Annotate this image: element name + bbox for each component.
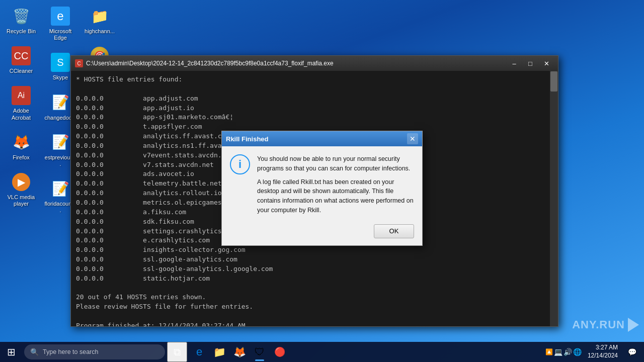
desktop-icon-ccleaner[interactable]: CC CCleaner [3, 44, 39, 76]
tray-speaker-icon[interactable]: 🔊 [564, 348, 572, 356]
highchan-label: highchann... [85, 28, 115, 35]
search-placeholder-text: Type here to search [43, 348, 98, 355]
floridacount-icon: 📝 [50, 178, 70, 199]
cmd-scroll-thumb[interactable] [550, 71, 557, 92]
desktop-icon-firefox[interactable]: 🦊 Firefox [3, 130, 39, 163]
taskbar-app-firefox[interactable]: 🦊 [229, 342, 250, 362]
taskbar-app-edge[interactable]: e [189, 342, 209, 362]
rkill-ok-button[interactable]: OK [374, 224, 414, 238]
desktop-icon-edge[interactable]: e Microsoft Edge [42, 4, 78, 43]
desktop-icon-recycle-bin[interactable]: 🗑️ Recycle Bin [3, 4, 39, 37]
cmd-minimize-button[interactable]: – [507, 58, 522, 68]
notification-icon: 💬 [628, 348, 636, 356]
task-view-button[interactable]: ⧉ [167, 342, 187, 362]
taskbar-search[interactable]: 🔍 Type here to search [24, 344, 165, 359]
rkill-info-icon: i [230, 154, 250, 174]
ccleaner-label: CCleaner [10, 68, 33, 74]
rkill-message: You should now be able to run your norma… [257, 154, 414, 215]
start-button[interactable]: ⊞ [0, 342, 22, 362]
cmd-maximize-button[interactable]: □ [523, 58, 538, 68]
desktop-icon-vlc[interactable]: ▶ VLC media player [3, 170, 39, 209]
start-icon: ⊞ [7, 346, 16, 358]
rkill-body: i You should now be able to run your nor… [222, 146, 422, 220]
cmd-window-controls: – □ ✕ [507, 58, 554, 68]
highchan-icon: 📁 [90, 6, 110, 26]
estprev-icon: 📝 [50, 132, 70, 152]
cmd-titlebar: C C:\Users\admin\Desktop\2024-12-14_2c84… [71, 56, 558, 71]
cmd-scrollbar[interactable] [550, 71, 558, 326]
firefox-label: Firefox [13, 154, 30, 161]
anyrun-text: ANY.RUN [572, 318, 625, 331]
vlc-label: VLC media player [5, 194, 37, 207]
firefox-icon: 🦊 [11, 132, 31, 152]
rkill-dialog: Rkill Finished ✕ i You should now be abl… [221, 131, 423, 246]
rkill-message-line2: A log file called Rkill.txt has been cre… [257, 177, 414, 215]
taskbar-app-rkill[interactable]: 🛡 [250, 342, 270, 362]
adobe-label: Adobe Acrobat [5, 108, 37, 121]
taskbar-app-file-explorer[interactable]: 📁 [209, 342, 229, 362]
cmd-title-text: C:\Users\admin\Desktop\2024-12-14_2c8412… [86, 60, 504, 67]
ccleaner-icon: CC [11, 46, 31, 66]
taskbar: ⊞ 🔍 Type here to search ⧉ e 📁 🦊 🛡 🔴 🔼 💻 … [0, 342, 644, 362]
anyrun-watermark: ANY.RUN [572, 318, 639, 332]
taskbar-firefox-icon: 🦊 [233, 346, 246, 358]
tray-network-icon[interactable]: 🌐 [573, 348, 582, 356]
desktop-icon-highchan[interactable]: 📁 highchann... [82, 4, 118, 37]
recycle-bin-label: Recycle Bin [7, 28, 36, 35]
cmd-app-icon: C [75, 59, 83, 67]
cmd-close-button[interactable]: ✕ [539, 58, 554, 68]
taskbar-apps: e 📁 🦊 🛡 🔴 [187, 342, 545, 362]
tray-monitor-icon: 💻 [554, 348, 562, 356]
desktop-icon-adobe[interactable]: Ai Adobe Acrobat [3, 83, 39, 123]
task-view-icon: ⧉ [174, 346, 181, 358]
vlc-icon: ▶ [11, 172, 31, 192]
taskbar-edge-icon: e [196, 345, 202, 358]
notification-button[interactable]: 💬 [624, 342, 640, 362]
search-icon: 🔍 [30, 348, 39, 356]
rkill-titlebar: Rkill Finished ✕ [222, 131, 422, 146]
clock-time: 3:27 AM [588, 344, 618, 352]
anyrun-play-icon [628, 318, 639, 332]
taskbar-app-extra[interactable]: 🔴 [270, 342, 290, 362]
edge-icon: e [50, 6, 70, 26]
skype-label: Skype [53, 74, 68, 81]
taskbar-clock[interactable]: 3:27 AM 12/14/2024 [584, 344, 622, 359]
skype-icon: S [50, 52, 70, 72]
taskbar-extra-icon: 🔴 [274, 346, 285, 357]
rkill-message-line1: You should now be able to run your norma… [257, 154, 414, 173]
changedoc-icon: 📝 [50, 93, 70, 113]
desktop: 🗑️ Recycle Bin CC CCleaner Ai Adobe Acro… [0, 0, 644, 342]
taskbar-explorer-icon: 📁 [213, 346, 226, 358]
taskbar-rkill-icon: 🛡 [255, 346, 265, 358]
edge-label: Microsoft Edge [44, 28, 76, 41]
rkill-close-button[interactable]: ✕ [407, 133, 418, 144]
recycle-bin-icon: 🗑️ [11, 6, 31, 26]
rkill-footer: OK [222, 220, 422, 245]
taskbar-right: 🔼 💻 🔊 🌐 3:27 AM 12/14/2024 💬 [545, 342, 644, 362]
rkill-title: Rkill Finished [226, 135, 269, 143]
system-tray: 🔼 💻 🔊 🌐 [545, 348, 582, 356]
tray-up-icon[interactable]: 🔼 [545, 348, 553, 355]
adobe-icon: Ai [11, 85, 31, 106]
clock-date: 12/14/2024 [588, 352, 618, 360]
